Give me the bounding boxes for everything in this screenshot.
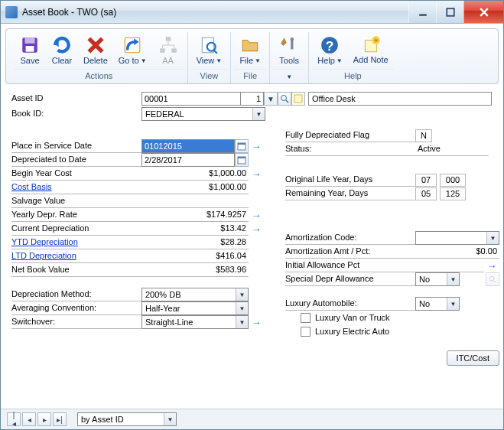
amortization-code-label: Amortization Code:	[285, 232, 415, 245]
asset-id-input[interactable]	[141, 92, 241, 106]
maximize-button[interactable]	[436, 1, 463, 23]
original-life-days[interactable]: 000	[440, 174, 466, 187]
tools-button[interactable]: Tools	[273, 32, 305, 67]
chevron-down-icon: ▼	[447, 298, 459, 310]
ltd-depr-value: $416.04	[141, 250, 249, 263]
view-icon	[198, 34, 219, 56]
chevron-down-icon: ▼	[236, 288, 248, 301]
asset-id-lookup[interactable]	[278, 92, 291, 106]
nav-next[interactable]: ▸	[37, 412, 51, 426]
app-icon	[5, 6, 18, 18]
averaging-convention-combo[interactable]: Half-Year ▼	[141, 301, 249, 315]
asset-note-button[interactable]	[291, 92, 305, 106]
luxury-electric-checkbox[interactable]	[301, 327, 311, 337]
nav-last[interactable]: ▸|	[53, 412, 67, 426]
left-column: Place in Service Date → Depreciated to D…	[11, 129, 264, 366]
close-button[interactable]	[463, 1, 503, 23]
help-icon: ?	[319, 34, 340, 56]
place-in-service-expand[interactable]: →	[249, 139, 264, 153]
hierarchy-icon	[158, 34, 179, 56]
luxury-van-label: Luxury Van or Truck	[315, 313, 390, 322]
cost-basis-link[interactable]: Cost Basis	[11, 181, 141, 194]
right-column: Fully Depreciated Flag N Status: Active …	[285, 129, 499, 366]
begin-year-cost-expand[interactable]: →	[249, 167, 264, 181]
nav-prev[interactable]: ◂	[22, 412, 36, 426]
initial-allowance-expand[interactable]: →	[484, 259, 499, 272]
svg-point-36	[489, 276, 494, 281]
asset-id-dropdown[interactable]: ▼	[264, 92, 278, 106]
toolbar: Save Clear Delete	[5, 28, 499, 84]
aa-button: AA	[152, 32, 184, 67]
titlebar: Asset Book - TWO (sa)	[1, 1, 503, 24]
note-icon	[294, 94, 303, 103]
file-button[interactable]: File▼	[234, 32, 266, 67]
goto-button[interactable]: Go to▼	[113, 32, 152, 67]
nav-first[interactable]: |◂	[7, 412, 21, 426]
depreciated-to-input[interactable]	[141, 153, 235, 167]
svg-text:?: ?	[326, 38, 334, 54]
book-id-combo[interactable]: FEDERAL ▼	[141, 107, 265, 121]
calendar-icon	[237, 142, 246, 151]
original-life-year[interactable]: 07	[415, 174, 437, 187]
delete-icon	[85, 34, 106, 56]
place-in-service-input[interactable]	[141, 139, 235, 153]
status-label: Status:	[285, 143, 415, 156]
ytd-depr-link[interactable]: YTD Depreciation	[11, 236, 141, 249]
svg-rect-12	[165, 37, 171, 41]
switchover-label: Switchover:	[11, 316, 141, 329]
form-area: Asset ID ▼ Book ID: FEDERAL ▼	[1, 84, 503, 409]
switchover-combo[interactable]: Straight-Line ▼	[141, 315, 249, 329]
current-depr-expand[interactable]: →	[249, 222, 264, 236]
add-note-icon: ✳	[360, 34, 382, 56]
current-depr-value[interactable]: $13.42	[141, 223, 249, 236]
itc-cost-button[interactable]: ITC/Cost	[447, 350, 499, 366]
asset-suffix-input[interactable]	[241, 92, 264, 106]
amortization-amt-value[interactable]: $0.00	[415, 246, 499, 259]
ltd-depr-link[interactable]: LTD Depreciation	[11, 250, 141, 263]
book-id-label: Book ID:	[11, 108, 141, 121]
save-button[interactable]: Save	[14, 32, 46, 67]
current-depr-label: Current Depreciation	[11, 223, 141, 236]
add-note-button[interactable]: ✳ Add Note	[348, 32, 394, 67]
chevron-down-icon: ▼	[141, 57, 147, 64]
switchover-expand[interactable]: →	[249, 315, 264, 329]
fully-depreciated-label: Fully Depreciated Flag	[285, 129, 415, 142]
place-in-service-label: Place in Service Date	[11, 140, 141, 153]
minimize-button[interactable]	[408, 1, 436, 23]
asset-book-window: Asset Book - TWO (sa)	[0, 0, 504, 430]
remaining-life-days[interactable]: 125	[440, 187, 466, 200]
initial-allowance-value[interactable]	[415, 259, 484, 272]
net-book-value-label: Net Book Value	[11, 264, 141, 277]
group-label-help: Help	[312, 69, 393, 83]
help-button[interactable]: ? Help▼	[312, 32, 348, 67]
delete-button[interactable]: Delete	[78, 32, 113, 67]
clear-button[interactable]: Clear	[46, 32, 78, 67]
luxury-auto-combo[interactable]: No ▼	[415, 297, 460, 311]
yearly-depr-rate-expand[interactable]: →	[249, 208, 264, 222]
asset-description[interactable]	[308, 92, 492, 106]
chevron-down-icon: ▼	[236, 316, 248, 328]
yearly-depr-rate-value[interactable]: $174.9257	[141, 209, 249, 222]
goto-icon	[122, 34, 143, 56]
svg-rect-5	[25, 37, 35, 44]
group-label-file: File	[234, 69, 266, 83]
search-icon	[280, 94, 289, 103]
search-icon	[489, 275, 496, 283]
sort-by-combo[interactable]: by Asset ID ▼	[77, 412, 177, 426]
calendar-icon	[237, 155, 246, 165]
begin-year-cost-label: Begin Year Cost	[11, 168, 141, 181]
amortization-code-combo[interactable]: ▼	[415, 231, 499, 245]
place-in-service-calendar[interactable]	[235, 139, 249, 153]
depr-method-combo[interactable]: 200% DB ▼	[141, 288, 249, 301]
remaining-life-year[interactable]: 05	[415, 187, 437, 200]
depreciated-to-calendar[interactable]	[235, 153, 249, 167]
view-button[interactable]: View▼	[191, 32, 228, 67]
special-depr-combo[interactable]: No ▼	[415, 272, 460, 286]
svg-rect-33	[238, 143, 245, 145]
begin-year-cost-value[interactable]: $1,000.00	[141, 168, 249, 181]
chevron-down-icon: ▼	[255, 57, 261, 64]
cost-basis-value: $1,000.00	[141, 181, 249, 194]
chevron-down-icon[interactable]: ▼	[286, 73, 292, 80]
luxury-van-checkbox[interactable]	[301, 313, 311, 323]
salvage-value[interactable]	[141, 195, 249, 208]
